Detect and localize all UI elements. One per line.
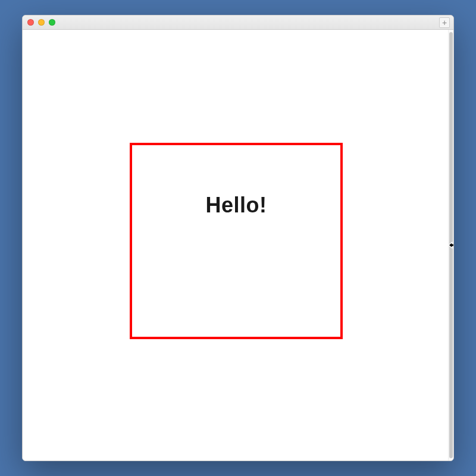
scrollbar-thumb[interactable] (449, 32, 453, 458)
maximize-window-button[interactable] (49, 19, 55, 26)
traffic-lights (27, 19, 55, 26)
content-area: Hello! (23, 30, 448, 461)
minimize-window-button[interactable] (38, 19, 45, 26)
application-window: + Hello! (22, 15, 454, 461)
outlined-box: Hello! (130, 143, 343, 339)
greeting-text: Hello! (132, 193, 340, 218)
window-body: Hello! (23, 30, 453, 461)
new-tab-button[interactable]: + (439, 17, 450, 28)
vertical-scrollbar[interactable] (448, 30, 453, 461)
plus-icon: + (442, 18, 447, 27)
window-titlebar[interactable]: + (23, 15, 453, 30)
close-window-button[interactable] (27, 19, 34, 26)
